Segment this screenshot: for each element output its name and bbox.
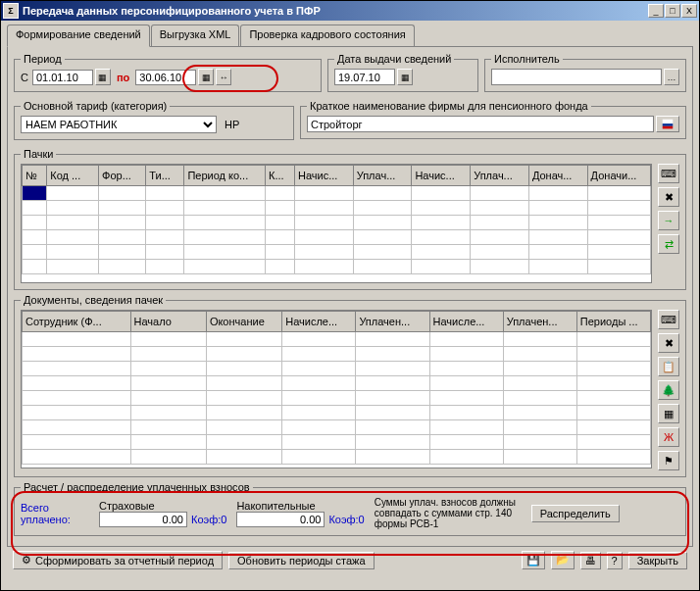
close-button[interactable]: Закрыть xyxy=(628,552,687,569)
distribute-button[interactable]: Распределить xyxy=(531,505,620,522)
firm-input[interactable] xyxy=(307,116,654,132)
packs-col-code[interactable]: Код ... xyxy=(47,166,99,186)
strah-coef: Коэф:0 xyxy=(191,514,226,525)
packs-col-period[interactable]: Период ко... xyxy=(184,166,266,186)
issue-date-input[interactable] xyxy=(334,69,395,85)
close-window-button[interactable]: X xyxy=(681,4,697,18)
period-legend: Период xyxy=(21,53,65,65)
gear-icon: ⚙ xyxy=(22,554,31,566)
svg-rect-1 xyxy=(663,123,674,126)
docs-col-nach2[interactable]: Начисле... xyxy=(429,312,503,332)
period-to-input[interactable] xyxy=(135,70,196,85)
packs-col-nach2[interactable]: Начис... xyxy=(412,166,471,186)
period-to-picker[interactable]: ▦ xyxy=(198,69,214,85)
table-row[interactable] xyxy=(23,186,651,201)
floppy-icon: 💾 xyxy=(526,554,540,566)
strah-label: Страховые xyxy=(99,500,226,512)
docs-col-periods[interactable]: Периоды ... xyxy=(576,312,650,332)
docs-col-employee[interactable]: Сотрудник (Ф... xyxy=(23,312,131,332)
table-row[interactable] xyxy=(23,201,651,216)
strah-input[interactable] xyxy=(99,512,187,527)
flag-icon xyxy=(661,118,675,131)
svg-rect-0 xyxy=(663,119,674,123)
form-period-button[interactable]: ⚙ Сформировать за отчетный период xyxy=(13,551,223,569)
packs-col-upl1[interactable]: Уплач... xyxy=(353,166,412,186)
period-from-picker[interactable]: ▦ xyxy=(95,69,111,85)
table-row[interactable] xyxy=(23,332,651,347)
minimize-button[interactable]: _ xyxy=(648,4,664,18)
issue-date-picker[interactable]: ▦ xyxy=(397,69,413,85)
docs-col-upl1[interactable]: Уплачен... xyxy=(356,312,429,332)
packs-col-num[interactable]: № xyxy=(23,166,47,186)
print-button[interactable]: 🖶 xyxy=(580,552,601,569)
table-row[interactable] xyxy=(23,406,651,420)
docs-list-button[interactable]: 📋 xyxy=(658,357,679,376)
packs-move-right-button[interactable]: → xyxy=(658,211,679,230)
docs-remove-button[interactable]: Ж xyxy=(658,427,679,447)
docs-col-upl2[interactable]: Уплачен... xyxy=(503,312,576,332)
system-menu-icon[interactable]: Σ xyxy=(3,3,19,19)
docs-col-nach1[interactable]: Начисле... xyxy=(282,312,356,332)
table-row[interactable] xyxy=(23,347,651,362)
packs-col-upl2[interactable]: Уплач... xyxy=(471,166,529,186)
packs-swap-button[interactable]: ⇄ xyxy=(658,234,679,254)
packs-col-don1[interactable]: Донач... xyxy=(528,166,587,186)
total-paid-label: Всего уплачено: xyxy=(21,502,89,525)
packs-delete-button[interactable]: ✖ xyxy=(658,187,679,207)
save-button[interactable]: 💾 xyxy=(522,551,545,569)
docs-col-end[interactable]: Окончание xyxy=(206,312,281,332)
table-row[interactable] xyxy=(23,230,651,245)
docs-legend: Документы, сведения пачек xyxy=(21,294,166,306)
period-helper[interactable]: ↔ xyxy=(216,69,231,85)
docs-table-button[interactable]: ▦ xyxy=(658,404,679,423)
period-to-label: по xyxy=(117,72,129,83)
issue-date-legend: Дата выдачи сведений xyxy=(334,53,454,65)
executor-picker[interactable]: … xyxy=(664,69,679,85)
refresh-stazh-button[interactable]: Обновить периоды стажа xyxy=(228,552,374,569)
table-row[interactable] xyxy=(23,420,651,435)
window-title: Передача данных персонифицированного уче… xyxy=(23,5,648,17)
docs-spec-button[interactable]: ⚑ xyxy=(658,451,679,470)
packs-col-type[interactable]: Ти... xyxy=(146,166,184,186)
docs-keyboard-button[interactable]: ⌨ xyxy=(658,310,679,329)
firm-legend: Краткое наименование фирмы для пенсионно… xyxy=(307,100,591,112)
packs-table[interactable]: № Код ... Фор... Ти... Период ко... К...… xyxy=(22,165,651,274)
packs-col-form[interactable]: Фор... xyxy=(99,166,146,186)
tab-xml-export[interactable]: Выгрузка XML xyxy=(151,25,240,46)
calc-note: Суммы уплач. взносов должны совпадать с … xyxy=(375,497,522,529)
tariff-code: НР xyxy=(225,119,239,130)
docs-tree-button[interactable]: 🌲 xyxy=(658,380,679,400)
firm-flag-button[interactable] xyxy=(656,116,679,132)
tab-form-info[interactable]: Формирование сведений xyxy=(7,25,150,47)
table-row[interactable] xyxy=(23,245,651,260)
help-button[interactable]: ? xyxy=(607,552,623,569)
table-row[interactable] xyxy=(23,450,651,465)
maximize-button[interactable]: □ xyxy=(665,4,680,18)
table-row[interactable] xyxy=(23,260,651,274)
packs-col-don2[interactable]: Доначи... xyxy=(587,166,650,186)
docs-delete-button[interactable]: ✖ xyxy=(658,333,679,353)
table-row[interactable] xyxy=(23,391,651,406)
packs-col-k[interactable]: К... xyxy=(266,166,295,186)
calc-legend: Расчет / распределение уплаченных взносо… xyxy=(21,481,253,493)
svg-rect-2 xyxy=(663,125,674,128)
nakop-input[interactable] xyxy=(236,512,325,527)
tariff-legend: Основной тариф (категория) xyxy=(21,100,170,112)
docs-col-start[interactable]: Начало xyxy=(130,312,206,332)
titlebar: Σ Передача данных персонифицированного у… xyxy=(1,1,699,21)
packs-keyboard-button[interactable]: ⌨ xyxy=(658,164,679,183)
nakop-label: Накопительные xyxy=(236,500,364,512)
nakop-coef: Коэф:0 xyxy=(328,514,364,525)
executor-legend: Исполнитель xyxy=(491,53,563,65)
executor-input[interactable] xyxy=(491,69,662,85)
open-button[interactable]: 📂 xyxy=(551,551,575,569)
table-row[interactable] xyxy=(23,362,651,376)
period-from-input[interactable] xyxy=(32,70,93,85)
tab-staff-check[interactable]: Проверка кадрового состояния xyxy=(240,25,414,46)
table-row[interactable] xyxy=(23,435,651,450)
docs-table[interactable]: Сотрудник (Ф... Начало Окончание Начисле… xyxy=(22,311,651,465)
tariff-select[interactable]: НАЕМ РАБОТНИК xyxy=(21,116,217,133)
table-row[interactable] xyxy=(23,376,651,391)
table-row[interactable] xyxy=(23,216,651,230)
packs-col-nach1[interactable]: Начис... xyxy=(294,166,353,186)
